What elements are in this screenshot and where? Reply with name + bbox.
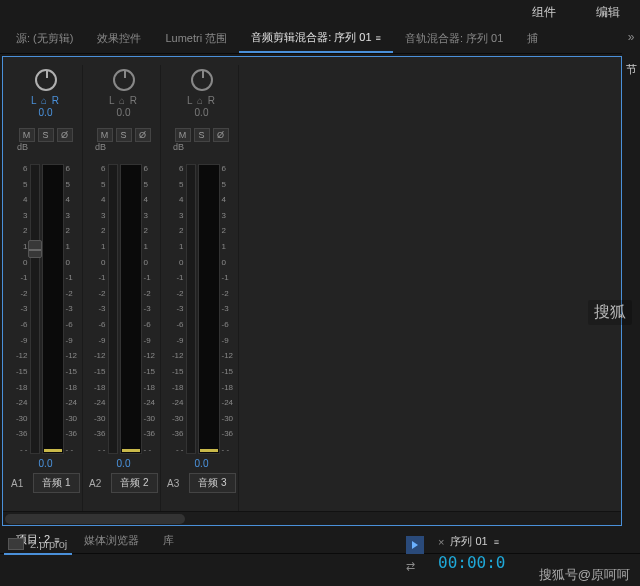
- db-label: dB: [17, 142, 28, 152]
- solo-button[interactable]: S: [194, 128, 210, 142]
- scrollbar-thumb[interactable]: [5, 514, 185, 524]
- audio-clip-mixer-panel: L ⌂ R 0.0 M S Ø dB 6543210-1-2-3-6-9-12-…: [2, 56, 622, 526]
- tab-effects[interactable]: 效果控件: [85, 25, 153, 53]
- project-panel: 2.prproj: [0, 530, 400, 586]
- pan-knob[interactable]: [191, 69, 213, 91]
- meter-scale: 6543210-1-2-3-6-9-12-15-18-24-30-36- -: [66, 164, 80, 454]
- panel-tabs: 源: (无剪辑) 效果控件 Lumetri 范围 音频剪辑混合器: 序列 01≡…: [0, 24, 640, 54]
- solo-button[interactable]: S: [116, 128, 132, 142]
- project-file-row[interactable]: 2.prproj: [8, 538, 392, 550]
- channel-id: A1: [11, 478, 29, 489]
- pan-lr-label: L ⌂ R: [187, 95, 216, 106]
- tab-source[interactable]: 源: (无剪辑): [4, 25, 85, 53]
- fader-scale: 6543210-1-2-3-6-9-12-15-18-24-30-36- -: [12, 164, 28, 454]
- mute-button[interactable]: M: [97, 128, 113, 142]
- pan-lr-label: L ⌂ R: [109, 95, 138, 106]
- sequence-name[interactable]: 序列 01: [450, 534, 487, 549]
- channel-strip-A3: L ⌂ R 0.0 M S Ø dB 6543210-1-2-3-6-9-12-…: [165, 65, 239, 511]
- channel-strip-A1: L ⌂ R 0.0 M S Ø dB 6543210-1-2-3-6-9-12-…: [9, 65, 83, 511]
- level-meter: [198, 164, 220, 454]
- tab-track-mixer[interactable]: 音轨混合器: 序列 01: [393, 25, 515, 53]
- project-file-name: 2.prproj: [30, 538, 67, 550]
- pan-lr-label: L ⌂ R: [31, 95, 60, 106]
- fader-track[interactable]: [30, 164, 40, 454]
- pan-value[interactable]: 0.0: [39, 107, 53, 118]
- close-icon[interactable]: ×: [438, 536, 444, 548]
- channel-name[interactable]: 音频 2: [111, 473, 158, 493]
- expand-icon[interactable]: »: [628, 30, 635, 44]
- horizontal-scrollbar[interactable]: [3, 511, 621, 525]
- channel-id: A3: [167, 478, 185, 489]
- phase-button[interactable]: Ø: [135, 128, 151, 142]
- channel-name[interactable]: 音频 1: [33, 473, 80, 493]
- fader-scale: 6543210-1-2-3-6-9-12-15-18-24-30-36- -: [168, 164, 184, 454]
- project-file-icon: [8, 538, 24, 550]
- channel-volume-value[interactable]: 0.0: [117, 458, 131, 469]
- pan-value[interactable]: 0.0: [195, 107, 209, 118]
- tab-lumetri[interactable]: Lumetri 范围: [153, 25, 239, 53]
- top-tab-components[interactable]: 组件: [532, 4, 556, 21]
- watermark: 搜狐: [588, 300, 632, 325]
- channel-id: A2: [89, 478, 107, 489]
- pan-knob[interactable]: [35, 69, 57, 91]
- play-button[interactable]: [406, 536, 424, 554]
- meter-scale: 6543210-1-2-3-6-9-12-15-18-24-30-36- -: [222, 164, 236, 454]
- fader-track[interactable]: [108, 164, 118, 454]
- tab-menu-icon[interactable]: ≡: [494, 537, 499, 547]
- db-label: dB: [95, 142, 106, 152]
- pan-value[interactable]: 0.0: [117, 107, 131, 118]
- top-tab-edit[interactable]: 编辑: [596, 4, 620, 21]
- level-meter: [120, 164, 142, 454]
- channel-strip-A2: L ⌂ R 0.0 M S Ø dB 6543210-1-2-3-6-9-12-…: [87, 65, 161, 511]
- channel-volume-value[interactable]: 0.0: [39, 458, 53, 469]
- fader-thumb[interactable]: [28, 240, 42, 258]
- attribution: 搜狐号@原呵呵: [539, 566, 630, 584]
- solo-button[interactable]: S: [38, 128, 54, 142]
- phase-button[interactable]: Ø: [213, 128, 229, 142]
- channel-volume-value[interactable]: 0.0: [195, 458, 209, 469]
- timeline-tool-icon[interactable]: ⇄: [406, 560, 415, 573]
- tab-clip-mixer[interactable]: 音频剪辑混合器: 序列 01≡: [239, 25, 393, 53]
- phase-button[interactable]: Ø: [57, 128, 73, 142]
- fader-track[interactable]: [186, 164, 196, 454]
- mute-button[interactable]: M: [19, 128, 35, 142]
- tab-capture[interactable]: 捕: [515, 25, 550, 53]
- meter-scale: 6543210-1-2-3-6-9-12-15-18-24-30-36- -: [144, 164, 158, 454]
- right-collapsed-panel[interactable]: » 节: [622, 24, 640, 524]
- fader-scale: 6543210-1-2-3-6-9-12-15-18-24-30-36- -: [90, 164, 106, 454]
- pan-knob[interactable]: [113, 69, 135, 91]
- tab-menu-icon[interactable]: ≡: [376, 33, 381, 43]
- db-label: dB: [173, 142, 184, 152]
- mute-button[interactable]: M: [175, 128, 191, 142]
- channel-name[interactable]: 音频 3: [189, 473, 236, 493]
- level-meter: [42, 164, 64, 454]
